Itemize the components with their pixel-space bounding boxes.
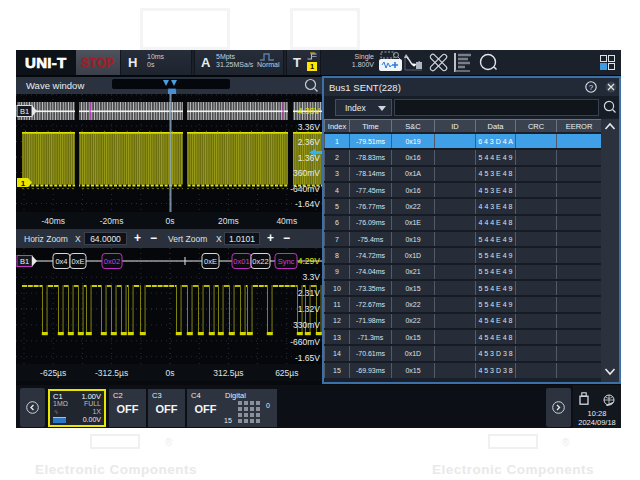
svg-text:0s: 0s	[166, 216, 175, 226]
svg-text:-1.64V: -1.64V	[295, 199, 320, 209]
svg-text:360mV: 360mV	[293, 168, 320, 178]
svg-text:312.5µs: 312.5µs	[213, 368, 243, 378]
svg-text:0s: 0s	[166, 368, 175, 378]
svg-text:1.36V: 1.36V	[298, 153, 321, 163]
svg-text:0x4: 0x4	[55, 257, 67, 266]
svg-text:-1.65V: -1.65V	[295, 353, 320, 363]
svg-text:2.36V: 2.36V	[298, 137, 321, 147]
svg-text:B1: B1	[20, 257, 29, 266]
svg-text:2.31V: 2.31V	[298, 288, 321, 298]
svg-text:4.29V: 4.29V	[298, 256, 321, 266]
svg-text:20ms: 20ms	[218, 216, 239, 226]
svg-text:0xE: 0xE	[204, 257, 217, 266]
svg-text:-40ms: -40ms	[41, 216, 65, 226]
svg-text:0xE: 0xE	[72, 257, 85, 266]
svg-text:625µs: 625µs	[275, 368, 298, 378]
svg-text:0x01: 0x01	[233, 257, 249, 266]
svg-text:-20ms: -20ms	[100, 216, 124, 226]
svg-text:4.36V: 4.36V	[298, 106, 321, 116]
svg-text:1.32V: 1.32V	[298, 304, 321, 314]
svg-text:-640mV: -640mV	[290, 184, 320, 194]
svg-text:3.36V: 3.36V	[298, 122, 321, 132]
svg-text:-625µs: -625µs	[40, 368, 66, 378]
svg-text:Sync: Sync	[278, 257, 295, 266]
svg-text:330mV: 330mV	[293, 320, 320, 330]
svg-text:3.3V: 3.3V	[303, 272, 321, 282]
svg-text:40ms: 40ms	[276, 216, 297, 226]
svg-text:-312.5µs: -312.5µs	[95, 368, 128, 378]
svg-text:B1: B1	[20, 107, 29, 116]
svg-text:1: 1	[21, 179, 26, 188]
svg-text:0x02: 0x02	[104, 257, 120, 266]
svg-text:?: ?	[589, 83, 594, 92]
svg-text:-660mV: -660mV	[290, 337, 320, 347]
svg-text:0x22: 0x22	[252, 257, 268, 266]
